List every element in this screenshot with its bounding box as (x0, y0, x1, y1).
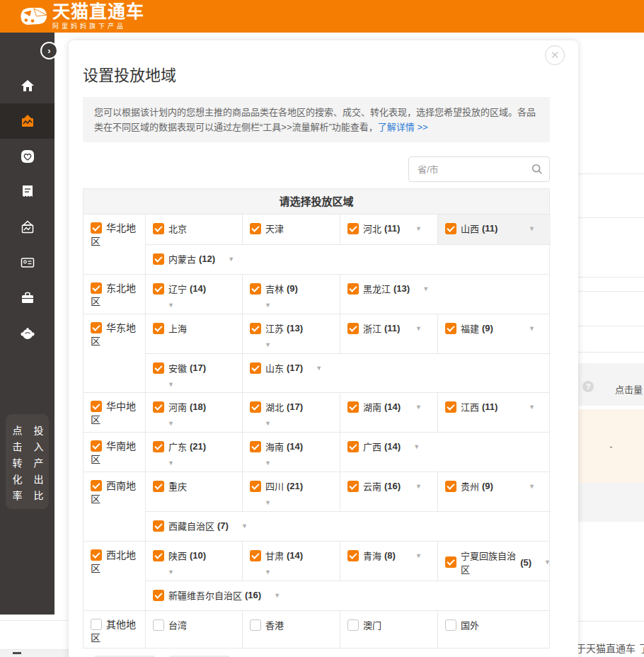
checkbox[interactable] (250, 283, 261, 295)
checkbox[interactable] (347, 481, 359, 492)
region-cell[interactable]: 华东地区 (84, 314, 146, 392)
sidebar-item-account-card[interactable] (0, 245, 54, 280)
chevron-down-icon[interactable]: ▼ (415, 225, 422, 232)
chevron-down-icon[interactable]: ▼ (168, 302, 174, 309)
province-cell[interactable]: 河南(18)▼ (146, 393, 243, 432)
checkbox[interactable] (153, 323, 164, 334)
checkbox[interactable] (153, 590, 164, 601)
province-cell[interactable]: 河北(11)▼ (340, 215, 438, 244)
chevron-down-icon[interactable]: ▼ (422, 285, 429, 292)
province-cell[interactable]: 云南(16)▼ (340, 472, 438, 511)
province-cell[interactable]: 安徽(17)▼ (146, 354, 243, 392)
checkbox[interactable] (91, 549, 102, 561)
region-cell[interactable]: 西北地区 (84, 542, 146, 610)
checkbox[interactable] (347, 323, 359, 334)
checkbox[interactable] (347, 283, 359, 295)
province-cell[interactable]: 广东(21)▼ (146, 433, 243, 472)
sidebar-item-campaign[interactable] (0, 103, 54, 139)
province-cell[interactable]: 山西(11)▼ (438, 215, 551, 244)
province-cell[interactable]: 海南(14)▼ (243, 433, 340, 472)
checkbox[interactable] (153, 520, 164, 532)
province-cell[interactable]: 陕西(10)▼ (146, 542, 243, 581)
chevron-down-icon[interactable]: ▼ (529, 325, 535, 332)
region-cell[interactable]: 华北地区 (84, 215, 146, 274)
checkbox[interactable] (445, 481, 456, 492)
chevron-down-icon[interactable]: ▼ (241, 522, 248, 530)
province-cell[interactable]: 西藏自治区(7)▼ (146, 512, 551, 541)
sidebar-item-toolbox[interactable] (0, 280, 54, 316)
province-cell[interactable]: 江苏(13)▼ (243, 314, 340, 353)
chevron-down-icon[interactable]: ▼ (265, 420, 271, 427)
province-cell[interactable]: 山东(17)▼ (243, 354, 551, 392)
checkbox[interactable] (250, 550, 261, 561)
chevron-down-icon[interactable]: ▼ (415, 483, 422, 490)
sidebar-collapse-button[interactable]: › (40, 42, 58, 59)
chevron-down-icon[interactable]: ▼ (544, 559, 551, 566)
chevron-down-icon[interactable]: ▼ (413, 443, 420, 450)
checkbox[interactable] (445, 223, 456, 234)
close-icon[interactable]: ✕ (545, 45, 565, 65)
checkbox[interactable] (250, 441, 261, 452)
checkbox[interactable] (91, 480, 102, 491)
province-cell[interactable]: 青海(8)▼ (340, 542, 438, 581)
checkbox[interactable] (153, 223, 164, 234)
checkbox[interactable] (250, 362, 261, 374)
checkbox[interactable] (445, 619, 456, 631)
province-cell[interactable]: 贵州(9)▼ (438, 472, 551, 511)
chevron-down-icon[interactable]: ▼ (529, 404, 535, 411)
region-cell[interactable]: 西南地区 (84, 472, 146, 541)
checkbox[interactable] (250, 619, 261, 631)
chevron-down-icon[interactable]: ▼ (415, 325, 422, 332)
province-cell[interactable]: 台湾 (146, 611, 243, 648)
chevron-down-icon[interactable]: ▼ (168, 381, 174, 388)
region-cell[interactable]: 其他地区 (84, 611, 146, 648)
chevron-down-icon[interactable]: ▼ (228, 256, 234, 263)
province-cell[interactable]: 香港 (243, 611, 340, 648)
checkbox[interactable] (153, 362, 164, 374)
checkbox[interactable] (347, 223, 359, 234)
province-cell[interactable]: 湖南(14)▼ (340, 393, 438, 432)
checkbox[interactable] (153, 481, 164, 492)
checkbox[interactable] (153, 283, 164, 295)
province-cell[interactable]: 吉林(9)▼ (243, 275, 340, 314)
checkbox[interactable] (445, 401, 456, 413)
chevron-down-icon[interactable]: ▼ (168, 569, 174, 576)
checkbox[interactable] (153, 441, 164, 452)
chevron-down-icon[interactable]: ▼ (265, 569, 271, 576)
checkbox[interactable] (91, 619, 102, 630)
province-cell[interactable]: 重庆 (146, 472, 243, 511)
checkbox[interactable] (91, 282, 102, 294)
chevron-down-icon[interactable]: ▼ (529, 483, 535, 490)
chevron-down-icon[interactable]: ▼ (415, 552, 422, 559)
chevron-down-icon[interactable]: ▼ (529, 225, 535, 232)
checkbox[interactable] (153, 550, 164, 561)
chevron-down-icon[interactable]: ▼ (265, 341, 271, 348)
chevron-down-icon[interactable]: ▼ (265, 499, 271, 506)
province-cell[interactable]: 福建(9)▼ (438, 314, 551, 353)
province-cell[interactable]: 新疆维吾尔自治区(16)▼ (146, 581, 551, 610)
checkbox[interactable] (347, 441, 359, 452)
checkbox[interactable] (347, 401, 359, 413)
sidebar-item-mascot[interactable] (0, 316, 54, 351)
checkbox[interactable] (91, 222, 102, 234)
checkbox[interactable] (347, 619, 359, 631)
chevron-down-icon[interactable]: ▼ (316, 365, 322, 372)
province-cell[interactable]: 甘肃(14)▼ (243, 542, 340, 581)
province-cell[interactable]: 上海 (146, 314, 243, 353)
province-cell[interactable]: 湖北(17)▼ (243, 393, 340, 432)
checkbox[interactable] (347, 550, 359, 561)
province-cell[interactable]: 内蒙古(12)▼ (146, 245, 551, 274)
chevron-down-icon[interactable]: ▼ (274, 592, 280, 599)
chevron-down-icon[interactable]: ▼ (415, 404, 422, 411)
sidebar-item-favorites[interactable] (0, 139, 54, 174)
province-cell[interactable]: 澳门 (340, 611, 438, 648)
province-cell[interactable]: 浙江(11)▼ (340, 314, 438, 353)
bg-footer-link[interactable]: 于天猫直通车 (576, 641, 636, 655)
sidebar-metrics-panel[interactable]: 点击转化率 投入产出比 (6, 414, 49, 509)
info-link[interactable]: 了解详情 >> (378, 122, 428, 132)
province-cell[interactable]: 辽宁(14)▼ (146, 275, 243, 314)
bg-footer-link[interactable]: 了 (639, 641, 644, 655)
province-cell[interactable]: 天津 (243, 215, 340, 244)
search-icon[interactable] (531, 163, 544, 176)
checkbox[interactable] (445, 323, 456, 334)
